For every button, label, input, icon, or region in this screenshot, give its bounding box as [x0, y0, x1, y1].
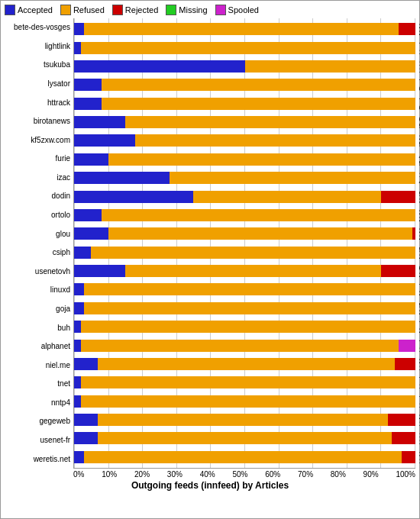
x-label-0: 0% [73, 470, 84, 479]
bar-refused-birotanews [125, 116, 415, 128]
legend-label-refused: Refused [73, 5, 105, 15]
bar-rejected-usenetovh [381, 265, 415, 277]
bar-row-izac: 1198466 [74, 172, 415, 184]
x-label-8: 80% [331, 470, 346, 479]
bar-row-httrack: 7097622 [74, 98, 415, 110]
bar-refused-kf5zxw.com [135, 134, 415, 147]
bar-accepted-bete-des-vosges [74, 23, 84, 35]
bar-row-csiph: 5538288 [74, 247, 415, 259]
bar-refused-dodin [193, 191, 381, 203]
y-label-alphanet: alphanet [41, 343, 70, 350]
bar-rejected-glou [412, 227, 415, 240]
bar-refused-furie [108, 153, 415, 166]
x-axis-labels: 0%10%20%30%40%50%60%70%80%90%100% [5, 470, 415, 479]
bar-row-tnet: 7384179 [74, 376, 415, 388]
y-label-ortolo: ortolo [51, 211, 70, 219]
y-label-glou: glou [56, 230, 70, 238]
y-label-furie: furie [56, 155, 70, 163]
bar-refused-tnet [81, 376, 415, 388]
bar-refused-httrack [102, 98, 415, 110]
bar-accepted-httrack [74, 98, 102, 110]
bar-rejected-niel.me [395, 358, 415, 370]
bar-accepted-lysator [74, 79, 102, 91]
bar-refused-nntp4 [81, 395, 415, 408]
y-label-goja: goja [56, 305, 70, 313]
bar-accepted-birotanews [74, 116, 125, 128]
y-label-kf5zxw.com: kf5zxw.com [31, 137, 70, 144]
y-label-tsukuba: tsukuba [44, 61, 70, 69]
bar-rejected-bete-des-vosges [399, 23, 415, 35]
bar-accepted-kf5zxw.com [74, 134, 135, 147]
legend-label-accepted: Accepted [18, 5, 53, 15]
x-label-9: 90% [363, 470, 379, 479]
bar-refused-goja [84, 302, 415, 314]
bar-refused-csiph [91, 247, 415, 259]
legend-color-rejected [112, 5, 123, 15]
bar-accepted-ortolo [74, 209, 102, 221]
chart-area: bete-des-vosgeslightlinktsukubalysatorht… [5, 18, 415, 469]
legend-label-missing: Missing [179, 5, 207, 15]
bar-accepted-glou [74, 227, 108, 240]
legend-color-accepted [5, 5, 15, 15]
bar-accepted-usenetovh [74, 265, 125, 277]
bar-accepted-tsukuba [74, 60, 245, 73]
legend-color-missing [166, 5, 176, 15]
bar-row-glou: 2363269 [74, 227, 415, 240]
bar-accepted-alphanet [74, 340, 81, 352]
bar-row-tsukuba: 17861786 [74, 60, 415, 73]
legend-item-missing: Missing [166, 5, 207, 15]
y-labels: bete-des-vosgeslightlinktsukubalysatorht… [5, 18, 73, 469]
bar-accepted-izac [74, 172, 170, 184]
y-label-bete-des-vosges: bete-des-vosges [14, 24, 70, 31]
bar-accepted-weretis.net [74, 451, 84, 463]
bar-row-bete-des-vosges: 28032599 [74, 23, 415, 35]
y-label-izac: izac [57, 174, 70, 182]
legend-item-spooled: Spooled [215, 5, 259, 15]
bar-row-usenet-fr: 1952155 [74, 432, 415, 444]
bar-refused-ortolo [102, 209, 415, 221]
bar-accepted-tnet [74, 376, 81, 388]
bar-refused-gegeweb [98, 414, 388, 426]
legend-color-spooled [215, 5, 226, 15]
bar-row-gegeweb: 2365165 [74, 414, 415, 426]
bar-rejected-usenet-fr [392, 432, 415, 444]
bar-spooled-alphanet [399, 340, 415, 352]
bar-row-alphanet: 7816191 [74, 340, 415, 352]
y-label-httrack: httrack [47, 99, 70, 107]
bar-row-buh: 7491215 [74, 321, 415, 333]
bar-row-lysator: 7339630 [74, 79, 415, 91]
bar-accepted-csiph [74, 247, 91, 259]
x-label-1: 10% [102, 470, 117, 479]
bar-refused-linuxd [84, 283, 415, 295]
y-label-csiph: csiph [53, 249, 70, 256]
chart-container: AcceptedRefusedRejectedMissingSpooled be… [0, 0, 420, 519]
bar-refused-niel.me [98, 358, 395, 370]
bar-refused-glou [108, 227, 412, 240]
y-label-usenet-fr: usenet-fr [40, 437, 70, 444]
bar-row-usenetovh: 672249 [74, 265, 415, 277]
bar-accepted-goja [74, 302, 84, 314]
y-label-tnet: tnet [57, 380, 70, 388]
bar-rejected-gegeweb [388, 414, 415, 426]
bar-refused-izac [170, 172, 415, 184]
bar-row-furie: 4539513 [74, 153, 415, 166]
bar-refused-lightlink [81, 42, 415, 54]
y-label-weretis.net: weretis.net [34, 456, 70, 463]
legend-item-accepted: Accepted [5, 5, 53, 15]
bar-refused-tsukuba [245, 60, 416, 73]
x-label-2: 20% [134, 470, 150, 479]
bar-refused-lysator [102, 79, 415, 91]
bar-accepted-dodin [74, 191, 193, 203]
legend: AcceptedRefusedRejectedMissingSpooled [5, 5, 415, 15]
legend-item-refused: Refused [60, 5, 105, 15]
bar-accepted-nntp4 [74, 395, 81, 408]
bar-accepted-buh [74, 321, 81, 333]
x-label-7: 70% [298, 470, 313, 479]
y-label-dodin: dodin [52, 192, 70, 200]
x-label-3: 30% [167, 470, 183, 479]
y-label-usenetovh: usenetovh [35, 268, 70, 276]
y-label-gegeweb: gegeweb [39, 417, 70, 425]
bar-row-ortolo: 2778273 [74, 209, 415, 221]
x-label-6: 60% [265, 470, 280, 479]
bar-accepted-usenet-fr [74, 432, 98, 444]
